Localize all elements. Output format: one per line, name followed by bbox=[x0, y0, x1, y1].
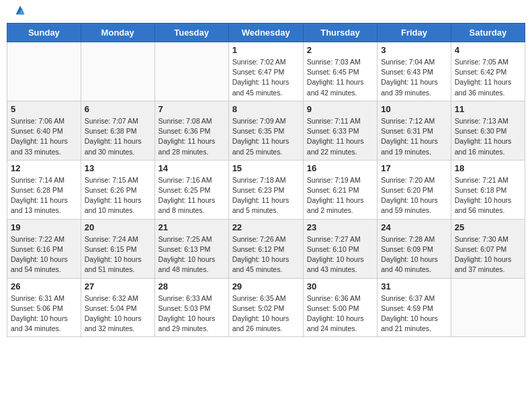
day-info: Sunrise: 7:20 AM Sunset: 6:20 PM Dayligh… bbox=[381, 175, 447, 216]
day-number: 26 bbox=[11, 281, 77, 291]
calendar-cell: 3Sunrise: 7:04 AM Sunset: 6:43 PM Daylig… bbox=[378, 42, 451, 101]
calendar-cell: 29Sunrise: 6:35 AM Sunset: 5:02 PM Dayli… bbox=[228, 278, 303, 337]
day-number: 22 bbox=[232, 222, 300, 232]
day-header-thursday: Thursday bbox=[303, 24, 377, 42]
calendar-cell: 20Sunrise: 7:24 AM Sunset: 6:15 PM Dayli… bbox=[81, 219, 154, 278]
day-info: Sunrise: 7:06 AM Sunset: 6:40 PM Dayligh… bbox=[11, 116, 77, 157]
day-info: Sunrise: 7:19 AM Sunset: 6:21 PM Dayligh… bbox=[307, 175, 373, 216]
calendar-cell: 13Sunrise: 7:15 AM Sunset: 6:26 PM Dayli… bbox=[81, 160, 154, 219]
day-number: 16 bbox=[307, 163, 373, 173]
calendar-cell: 23Sunrise: 7:27 AM Sunset: 6:10 PM Dayli… bbox=[303, 219, 377, 278]
calendar-cell bbox=[81, 42, 154, 101]
calendar-week-2: 5Sunrise: 7:06 AM Sunset: 6:40 PM Daylig… bbox=[7, 101, 525, 160]
day-number: 4 bbox=[455, 45, 521, 55]
day-info: Sunrise: 6:31 AM Sunset: 5:06 PM Dayligh… bbox=[11, 293, 77, 334]
day-number: 17 bbox=[381, 163, 447, 173]
day-info: Sunrise: 7:18 AM Sunset: 6:23 PM Dayligh… bbox=[232, 175, 300, 216]
logo bbox=[13, 10, 26, 13]
day-info: Sunrise: 7:08 AM Sunset: 6:36 PM Dayligh… bbox=[159, 116, 225, 157]
calendar-cell: 4Sunrise: 7:05 AM Sunset: 6:42 PM Daylig… bbox=[451, 42, 525, 101]
calendar-cell bbox=[7, 42, 81, 101]
calendar-cell: 22Sunrise: 7:26 AM Sunset: 6:12 PM Dayli… bbox=[228, 219, 303, 278]
day-number: 14 bbox=[159, 163, 225, 173]
day-info: Sunrise: 7:07 AM Sunset: 6:38 PM Dayligh… bbox=[85, 116, 151, 157]
calendar-table: SundayMondayTuesdayWednesdayThursdayFrid… bbox=[7, 23, 525, 337]
calendar-cell bbox=[451, 278, 525, 337]
day-number: 27 bbox=[85, 281, 151, 291]
calendar-cell: 14Sunrise: 7:16 AM Sunset: 6:25 PM Dayli… bbox=[154, 160, 228, 219]
day-info: Sunrise: 7:24 AM Sunset: 6:15 PM Dayligh… bbox=[85, 234, 151, 275]
day-header-monday: Monday bbox=[81, 24, 154, 42]
day-number: 29 bbox=[232, 281, 300, 291]
calendar-cell bbox=[154, 42, 228, 101]
day-number: 28 bbox=[159, 281, 225, 291]
day-info: Sunrise: 7:04 AM Sunset: 6:43 PM Dayligh… bbox=[381, 57, 447, 98]
calendar-cell: 24Sunrise: 7:28 AM Sunset: 6:09 PM Dayli… bbox=[378, 219, 451, 278]
day-info: Sunrise: 7:22 AM Sunset: 6:16 PM Dayligh… bbox=[11, 234, 77, 275]
day-info: Sunrise: 7:25 AM Sunset: 6:13 PM Dayligh… bbox=[159, 234, 225, 275]
day-header-saturday: Saturday bbox=[451, 24, 525, 42]
calendar-cell: 15Sunrise: 7:18 AM Sunset: 6:23 PM Dayli… bbox=[228, 160, 303, 219]
day-info: Sunrise: 7:03 AM Sunset: 6:45 PM Dayligh… bbox=[307, 57, 373, 98]
day-number: 9 bbox=[307, 104, 373, 114]
calendar-cell: 18Sunrise: 7:21 AM Sunset: 6:18 PM Dayli… bbox=[451, 160, 525, 219]
day-info: Sunrise: 7:12 AM Sunset: 6:31 PM Dayligh… bbox=[381, 116, 447, 157]
day-header-wednesday: Wednesday bbox=[228, 24, 303, 42]
calendar-cell: 12Sunrise: 7:14 AM Sunset: 6:28 PM Dayli… bbox=[7, 160, 81, 219]
calendar-cell: 2Sunrise: 7:03 AM Sunset: 6:45 PM Daylig… bbox=[303, 42, 377, 101]
day-info: Sunrise: 6:37 AM Sunset: 4:59 PM Dayligh… bbox=[381, 293, 447, 334]
day-number: 18 bbox=[455, 163, 521, 173]
calendar-cell: 6Sunrise: 7:07 AM Sunset: 6:38 PM Daylig… bbox=[81, 101, 154, 160]
day-number: 20 bbox=[85, 222, 151, 232]
day-number: 21 bbox=[159, 222, 225, 232]
day-number: 7 bbox=[159, 104, 225, 114]
day-info: Sunrise: 7:11 AM Sunset: 6:33 PM Dayligh… bbox=[307, 116, 373, 157]
calendar-cell: 27Sunrise: 6:32 AM Sunset: 5:04 PM Dayli… bbox=[81, 278, 154, 337]
day-info: Sunrise: 7:05 AM Sunset: 6:42 PM Dayligh… bbox=[455, 57, 521, 98]
day-number: 19 bbox=[11, 222, 77, 232]
day-info: Sunrise: 7:13 AM Sunset: 6:30 PM Dayligh… bbox=[455, 116, 521, 157]
day-number: 24 bbox=[381, 222, 447, 232]
day-number: 6 bbox=[85, 104, 151, 114]
calendar-header: SundayMondayTuesdayWednesdayThursdayFrid… bbox=[7, 24, 525, 42]
calendar-cell: 30Sunrise: 6:36 AM Sunset: 5:00 PM Dayli… bbox=[303, 278, 377, 337]
calendar-cell: 16Sunrise: 7:19 AM Sunset: 6:21 PM Dayli… bbox=[303, 160, 377, 219]
calendar-cell: 19Sunrise: 7:22 AM Sunset: 6:16 PM Dayli… bbox=[7, 219, 81, 278]
day-info: Sunrise: 7:28 AM Sunset: 6:09 PM Dayligh… bbox=[381, 234, 447, 275]
day-number: 31 bbox=[381, 281, 447, 291]
day-info: Sunrise: 6:35 AM Sunset: 5:02 PM Dayligh… bbox=[232, 293, 300, 334]
calendar-cell: 31Sunrise: 6:37 AM Sunset: 4:59 PM Dayli… bbox=[378, 278, 451, 337]
calendar-cell: 10Sunrise: 7:12 AM Sunset: 6:31 PM Dayli… bbox=[378, 101, 451, 160]
day-info: Sunrise: 7:15 AM Sunset: 6:26 PM Dayligh… bbox=[85, 175, 151, 216]
day-info: Sunrise: 7:27 AM Sunset: 6:10 PM Dayligh… bbox=[307, 234, 373, 275]
calendar-cell: 11Sunrise: 7:13 AM Sunset: 6:30 PM Dayli… bbox=[451, 101, 525, 160]
day-header-sunday: Sunday bbox=[7, 24, 81, 42]
calendar-week-4: 19Sunrise: 7:22 AM Sunset: 6:16 PM Dayli… bbox=[7, 219, 525, 278]
day-number: 23 bbox=[307, 222, 373, 232]
day-number: 25 bbox=[455, 222, 521, 232]
day-header-friday: Friday bbox=[378, 24, 451, 42]
day-number: 15 bbox=[232, 163, 300, 173]
day-number: 13 bbox=[85, 163, 151, 173]
day-info: Sunrise: 7:21 AM Sunset: 6:18 PM Dayligh… bbox=[455, 175, 521, 216]
calendar-week-5: 26Sunrise: 6:31 AM Sunset: 5:06 PM Dayli… bbox=[7, 278, 525, 337]
calendar-cell: 9Sunrise: 7:11 AM Sunset: 6:33 PM Daylig… bbox=[303, 101, 377, 160]
day-info: Sunrise: 6:36 AM Sunset: 5:00 PM Dayligh… bbox=[307, 293, 373, 334]
day-number: 30 bbox=[307, 281, 373, 291]
day-info: Sunrise: 7:14 AM Sunset: 6:28 PM Dayligh… bbox=[11, 175, 77, 216]
day-number: 12 bbox=[11, 163, 77, 173]
day-info: Sunrise: 7:30 AM Sunset: 6:07 PM Dayligh… bbox=[455, 234, 521, 275]
day-header-tuesday: Tuesday bbox=[154, 24, 228, 42]
day-number: 2 bbox=[307, 45, 373, 55]
day-info: Sunrise: 6:32 AM Sunset: 5:04 PM Dayligh… bbox=[85, 293, 151, 334]
calendar-cell: 5Sunrise: 7:06 AM Sunset: 6:40 PM Daylig… bbox=[7, 101, 81, 160]
logo-icon bbox=[15, 5, 26, 15]
calendar-week-3: 12Sunrise: 7:14 AM Sunset: 6:28 PM Dayli… bbox=[7, 160, 525, 219]
day-number: 8 bbox=[232, 104, 300, 114]
calendar-cell: 25Sunrise: 7:30 AM Sunset: 6:07 PM Dayli… bbox=[451, 219, 525, 278]
calendar-cell: 1Sunrise: 7:02 AM Sunset: 6:47 PM Daylig… bbox=[228, 42, 303, 101]
calendar-cell: 26Sunrise: 6:31 AM Sunset: 5:06 PM Dayli… bbox=[7, 278, 81, 337]
calendar-cell: 21Sunrise: 7:25 AM Sunset: 6:13 PM Dayli… bbox=[154, 219, 228, 278]
calendar-cell: 7Sunrise: 7:08 AM Sunset: 6:36 PM Daylig… bbox=[154, 101, 228, 160]
day-number: 11 bbox=[455, 104, 521, 114]
